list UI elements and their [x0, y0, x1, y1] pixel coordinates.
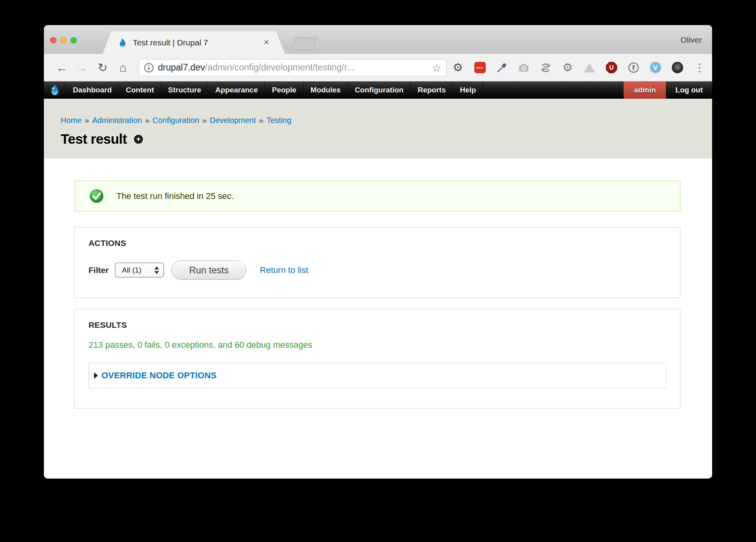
breadcrumb-separator: »	[145, 116, 149, 125]
drupal-favicon	[118, 38, 128, 48]
filter-select[interactable]: All (1)	[115, 262, 164, 278]
browser-tab[interactable]: Test result | Drupal 7 ×	[103, 31, 285, 54]
toolbar-item-structure[interactable]: Structure	[161, 81, 208, 99]
home-icon[interactable]: ⌂	[113, 62, 133, 74]
minimize-window-button[interactable]	[60, 37, 67, 43]
status-message-text: The test run finished in 25 sec.	[116, 191, 234, 201]
toolbar-item-appearance[interactable]: Appearance	[208, 81, 265, 99]
filter-select-value: All (1)	[122, 266, 141, 275]
breadcrumb-configuration[interactable]: Configuration	[152, 116, 199, 125]
override-node-options-link[interactable]: OVERRIDE NODE OPTIONS	[101, 370, 217, 381]
breadcrumb: Home»Administration»Configuration»Develo…	[61, 116, 712, 125]
results-heading: RESULTS	[89, 320, 666, 330]
zoom-window-button[interactable]	[71, 37, 77, 43]
vimium-icon[interactable]: V	[649, 62, 661, 74]
page-info-icon[interactable]	[144, 63, 154, 73]
status-message: The test run finished in 25 sec.	[74, 181, 680, 211]
reload-icon[interactable]: ↻	[92, 62, 113, 74]
tab-close-icon[interactable]: ×	[264, 37, 269, 48]
drive-icon[interactable]	[584, 62, 595, 74]
success-check-icon	[89, 189, 104, 203]
page-content: The test run finished in 25 sec. ACTIONS…	[44, 159, 712, 479]
password-manager-icon[interactable]: •••	[474, 62, 486, 74]
results-panel: RESULTS 213 passes, 0 fails, 0 exception…	[74, 309, 680, 408]
toolbar-item-dashboard[interactable]: Dashboard	[66, 81, 119, 99]
breadcrumb-testing[interactable]: Testing	[266, 116, 291, 125]
breadcrumb-separator: »	[85, 116, 89, 125]
filter-label: Filter	[89, 266, 109, 275]
toolbar-item-configuration[interactable]: Configuration	[348, 81, 411, 99]
toolbar-logout[interactable]: Log out	[666, 81, 712, 99]
page-title: Test result	[61, 131, 127, 147]
eyedropper-icon[interactable]	[496, 62, 508, 74]
bookmark-star-icon[interactable]: ☆	[432, 62, 441, 74]
forward-icon[interactable]: →	[72, 62, 92, 74]
extensions-row: ⚙ •••	[452, 62, 705, 74]
return-to-list-link[interactable]: Return to list	[260, 265, 308, 275]
breadcrumb-administration[interactable]: Administration	[92, 116, 142, 125]
toolbar-item-reports[interactable]: Reports	[411, 81, 453, 99]
toolbar-item-people[interactable]: People	[265, 81, 303, 99]
pass-summary: 213 passes, 0 fails, 0 exceptions, and 6…	[89, 340, 666, 350]
userscript-gear-icon[interactable]: ⚙	[562, 62, 573, 74]
add-shortcut-icon[interactable]: +	[134, 135, 143, 144]
back-icon[interactable]: ←	[52, 62, 72, 74]
lens-icon[interactable]	[671, 62, 683, 74]
session-refresh-icon[interactable]	[540, 62, 552, 74]
breadcrumb-home[interactable]: Home	[61, 116, 81, 125]
breadcrumb-separator: »	[202, 116, 206, 125]
select-stepper-icon	[154, 266, 159, 274]
browser-menu-icon[interactable]: ⋮	[693, 62, 705, 74]
actions-panel: ACTIONS Filter All (1) Run tests Return …	[74, 227, 680, 298]
breadcrumb-separator: »	[259, 116, 263, 125]
browser-navbar: ← → ↻ ⌂ drupal7.dev/admin/config/develop…	[44, 54, 712, 81]
new-tab-button[interactable]	[291, 38, 317, 50]
toolbar-item-help[interactable]: Help	[453, 81, 483, 99]
close-window-button[interactable]	[50, 37, 56, 43]
traffic-lights	[50, 37, 77, 43]
breadcrumb-development[interactable]: Development	[210, 116, 256, 125]
toolbar-user-admin[interactable]: admin	[624, 81, 666, 99]
page-header: Home»Administration»Configuration»Develo…	[44, 99, 712, 159]
settings-gear-icon[interactable]: ⚙	[452, 62, 464, 74]
override-node-options-fieldset[interactable]: OVERRIDE NODE OPTIONS	[89, 363, 666, 388]
browser-window: Test result | Drupal 7 × Oliver ← → ↻ ⌂ …	[44, 25, 712, 479]
ublock-icon[interactable]: U	[606, 62, 617, 74]
drupal-admin-toolbar: Dashboard Content Structure Appearance P…	[44, 81, 712, 99]
toolbar-item-modules[interactable]: Modules	[304, 81, 348, 99]
profile-name[interactable]: Oliver	[680, 35, 702, 45]
run-tests-button[interactable]: Run tests	[171, 260, 246, 280]
url-domain: drupal7.dev	[158, 62, 205, 73]
toolbar-item-content[interactable]: Content	[119, 81, 161, 99]
camera-icon[interactable]	[518, 62, 530, 74]
keyhole-icon[interactable]	[628, 62, 639, 74]
drupal-logo-icon[interactable]	[44, 81, 66, 99]
actions-heading: ACTIONS	[89, 238, 666, 248]
address-bar[interactable]: drupal7.dev/admin/config/development/tes…	[139, 59, 447, 76]
url-path: /admin/config/development/testing/r...	[205, 62, 354, 73]
titlebar: Test result | Drupal 7 × Oliver	[44, 25, 712, 54]
tab-title: Test result | Drupal 7	[133, 38, 208, 47]
collapsed-arrow-icon	[94, 372, 98, 379]
